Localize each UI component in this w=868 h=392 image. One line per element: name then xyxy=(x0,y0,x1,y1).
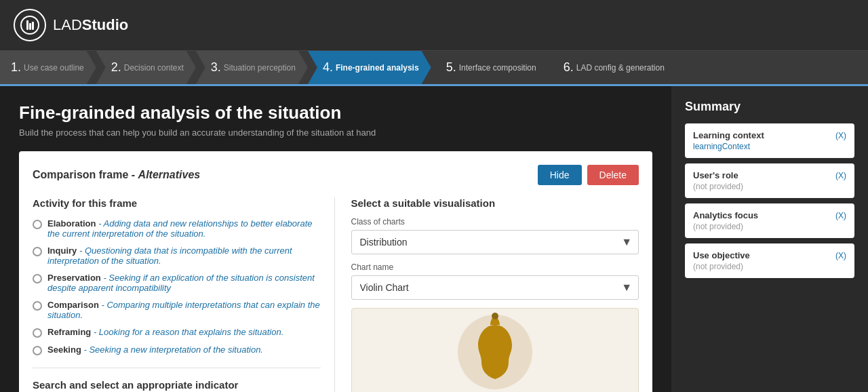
delete-button[interactable]: Delete xyxy=(587,165,639,185)
summary-value-2: (not provided) xyxy=(693,182,846,191)
activities-title: Activity for this frame xyxy=(33,197,321,209)
step-num-6: 6. xyxy=(564,60,574,75)
logo-text: LADStudio xyxy=(53,16,128,34)
summary-item-header-1: Learning context (X) xyxy=(693,130,846,140)
activity-comparison-text: Comparison - Comparing multiple interpre… xyxy=(47,300,321,320)
radio-reframing[interactable] xyxy=(33,328,42,338)
activity-reframing: Reframing - Looking for a reason that ex… xyxy=(33,327,321,338)
step-num-2: 2. xyxy=(111,60,121,75)
step-label-5: Interface composition xyxy=(459,63,536,73)
svg-rect-2 xyxy=(29,23,31,30)
summary-x-4[interactable]: (X) xyxy=(835,251,846,260)
summary-users-role: User's role (X) (not provided) xyxy=(685,163,854,198)
vis-title: Select a suitable visualisation xyxy=(351,197,639,209)
activity-elaboration: Elaboration - Adding data and new relati… xyxy=(33,218,321,239)
radio-inquiry[interactable] xyxy=(33,247,42,256)
activities-column: Activity for this frame Elaboration - Ad… xyxy=(33,197,335,392)
svg-point-5 xyxy=(492,313,498,319)
summary-use-objective: Use objective (X) (not provided) xyxy=(685,243,854,278)
activity-inquiry: Inquiry - Questioning data that is incom… xyxy=(33,246,321,266)
chart-name-select[interactable]: Violin Chart Box Plot Histogram Density … xyxy=(351,275,639,300)
radio-preservation[interactable] xyxy=(33,274,42,283)
step-label-3: Situation perception xyxy=(224,63,296,73)
chart-name-select-wrapper: Violin Chart Box Plot Histogram Density … xyxy=(351,275,639,300)
summary-name-4: Use objective xyxy=(693,250,750,260)
step-label-6: LAD config & generation xyxy=(576,63,665,73)
summary-title: Summary xyxy=(685,100,854,114)
class-select-wrapper: Distribution Comparison Composition Rela… xyxy=(351,230,639,254)
breadcrumb-step-3[interactable]: 3. Situation perception xyxy=(196,51,308,84)
search-section: Search and select an appropriate indicat… xyxy=(33,368,321,392)
left-panel: Fine-grainded analysis of the situation … xyxy=(0,86,671,392)
step-label-1: Use case outline xyxy=(24,63,84,73)
activity-seeking: Seeking - Seeking a new interpretation o… xyxy=(33,345,321,355)
frame-buttons: Hide Delete xyxy=(538,165,639,185)
activity-comparison: Comparison - Comparing multiple interpre… xyxy=(33,300,321,320)
step-label-4: Fine-grained analysis xyxy=(336,63,419,73)
breadcrumb-nav: 1. Use case outline 2. Decision context … xyxy=(0,51,868,86)
activity-reframing-text: Reframing - Looking for a reason that ex… xyxy=(47,327,283,337)
header: LADStudio xyxy=(0,0,868,51)
summary-value-4: (not provided) xyxy=(693,262,846,271)
step-num-1: 1. xyxy=(11,60,21,75)
activity-elaboration-text: Elaboration - Adding data and new relati… xyxy=(47,218,321,239)
svg-rect-3 xyxy=(32,22,34,30)
activity-inquiry-text: Inquiry - Questioning data that is incom… xyxy=(47,246,321,266)
summary-value-3: (not provided) xyxy=(693,222,846,231)
radio-seeking[interactable] xyxy=(33,346,42,355)
breadcrumb-step-1[interactable]: 1. Use case outline xyxy=(0,51,96,84)
summary-name-1: Learning context xyxy=(693,130,764,140)
step-num-4: 4. xyxy=(323,60,333,75)
page-subtitle: Build the process that can help you buil… xyxy=(19,128,652,138)
breadcrumb-step-5[interactable]: 5. Interface composition xyxy=(431,51,549,84)
summary-name-2: User's role xyxy=(693,170,738,180)
summary-x-1[interactable]: (X) xyxy=(835,131,846,140)
violin-chart-preview xyxy=(351,308,639,392)
logo: LADStudio xyxy=(14,9,128,41)
frame-header: Comparison frame - Alternatives Hide Del… xyxy=(33,165,639,185)
summary-name-3: Analytics focus xyxy=(693,210,758,220)
summary-item-header-3: Analytics focus (X) xyxy=(693,210,846,220)
logo-icon xyxy=(14,9,46,41)
chart-name-label: Chart name xyxy=(351,262,639,272)
svg-rect-1 xyxy=(26,20,28,30)
summary-x-2[interactable]: (X) xyxy=(835,171,846,180)
page-title: Fine-grainded analysis of the situation xyxy=(19,102,652,123)
activity-seeking-text: Seeking - Seeking a new interpretation o… xyxy=(47,345,263,355)
step-label-2: Decision context xyxy=(124,63,184,73)
main-content: Fine-grainded analysis of the situation … xyxy=(0,86,868,392)
step-num-3: 3. xyxy=(211,60,221,75)
summary-analytics-focus: Analytics focus (X) (not provided) xyxy=(685,203,854,238)
activity-preservation: Preservation - Seeking if an explication… xyxy=(33,273,321,293)
class-select[interactable]: Distribution Comparison Composition Rela… xyxy=(351,230,639,254)
frame-body: Activity for this frame Elaboration - Ad… xyxy=(33,197,639,392)
search-title: Search and select an appropriate indicat… xyxy=(33,379,321,391)
summary-learning-context: Learning context (X) learningContext xyxy=(685,123,854,158)
breadcrumb-step-2[interactable]: 2. Decision context xyxy=(96,51,196,84)
class-of-charts-label: Class of charts xyxy=(351,217,639,227)
visualisation-column: Select a suitable visualisation Class of… xyxy=(349,197,639,392)
frame-title: Comparison frame - Alternatives xyxy=(33,169,200,181)
step-num-5: 5. xyxy=(446,60,456,75)
summary-value-1: learningContext xyxy=(693,142,846,151)
breadcrumb-step-6[interactable]: 6. LAD config & generation xyxy=(549,51,677,84)
frame-card: Comparison frame - Alternatives Hide Del… xyxy=(19,151,652,392)
activity-preservation-text: Preservation - Seeking if an explication… xyxy=(47,273,321,293)
hide-button[interactable]: Hide xyxy=(538,165,582,185)
summary-x-3[interactable]: (X) xyxy=(835,211,846,220)
summary-item-header-2: User's role (X) xyxy=(693,170,846,180)
summary-item-header-4: Use objective (X) xyxy=(693,250,846,260)
right-panel: Summary Learning context (X) learningCon… xyxy=(671,86,868,392)
breadcrumb-step-4[interactable]: 4. Fine-grained analysis xyxy=(308,51,431,84)
radio-elaboration[interactable] xyxy=(33,220,42,229)
radio-comparison[interactable] xyxy=(33,301,42,311)
